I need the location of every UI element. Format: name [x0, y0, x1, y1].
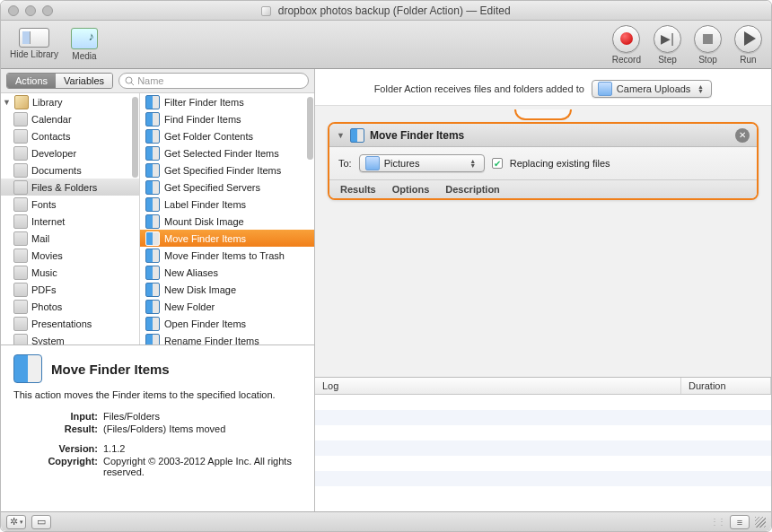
action-item[interactable]: Get Selected Finder Items — [140, 144, 314, 161]
scrollbar[interactable] — [307, 97, 313, 160]
step-tab-results[interactable]: Results — [340, 184, 376, 195]
scrollbar[interactable] — [132, 97, 138, 178]
library-category[interactable]: System — [1, 332, 139, 344]
library-category[interactable]: Mail — [1, 230, 139, 247]
toggle-description-button[interactable]: ▭ — [31, 515, 51, 529]
step-tab-options[interactable]: Options — [392, 184, 430, 195]
finder-icon — [145, 249, 160, 263]
action-item[interactable]: Move Finder Items — [140, 230, 314, 247]
library-category[interactable]: Music — [1, 264, 139, 281]
action-item[interactable]: Label Finder Items — [140, 196, 314, 213]
category-icon — [13, 180, 28, 195]
action-item[interactable]: New Disk Image — [140, 281, 314, 298]
category-icon — [13, 197, 28, 212]
action-item[interactable]: Get Specified Finder Items — [140, 161, 314, 179]
splitter-handle[interactable]: ⋮⋮ — [710, 517, 719, 527]
library-category[interactable]: Fonts — [1, 196, 139, 213]
window-title: dropbox photos backup (Folder Action) — … — [1, 4, 771, 17]
library-category[interactable]: Photos — [1, 298, 139, 315]
action-item[interactable]: New Folder — [140, 298, 314, 315]
action-item[interactable]: Get Specified Servers — [140, 179, 314, 196]
disclosure-triangle-icon[interactable]: ▼ — [3, 98, 11, 107]
to-label: To: — [338, 158, 352, 169]
library-category[interactable]: Developer — [1, 144, 139, 161]
footer-bar: ✲▾ ▭ ⋮⋮ ≡ — [1, 511, 771, 531]
finder-icon — [145, 317, 160, 331]
close-window-button[interactable] — [8, 5, 19, 16]
tab-actions[interactable]: Actions — [7, 74, 56, 88]
action-item[interactable]: Open Finder Items — [140, 315, 314, 332]
media-icon — [71, 28, 98, 49]
remove-step-button[interactable]: ✕ — [735, 128, 750, 143]
play-icon — [744, 31, 756, 46]
finder-icon — [145, 129, 160, 144]
media-button[interactable]: Media — [71, 28, 98, 61]
log-rows — [315, 395, 771, 511]
workflow-input-row: Folder Action receives files and folders… — [315, 69, 771, 105]
zoom-window-button[interactable] — [42, 5, 53, 16]
replace-checkbox[interactable]: ✔ — [492, 158, 503, 169]
library-tree[interactable]: ▼LibraryCalendarContactsDeveloperDocumen… — [1, 93, 140, 344]
finder-icon — [13, 354, 42, 383]
log-pane: Log Duration — [315, 377, 771, 511]
toggle-log-button[interactable]: ≡ — [730, 515, 750, 529]
finder-icon — [145, 146, 160, 161]
step-tab-description[interactable]: Description — [445, 184, 500, 195]
actions-list[interactable]: Filter Finder ItemsFind Finder ItemsGet … — [140, 93, 314, 344]
category-icon — [13, 146, 28, 161]
record-button[interactable]: Record — [612, 25, 641, 65]
action-item[interactable]: Rename Finder Items — [140, 332, 314, 344]
result-value: (Files/Folders) Items moved — [103, 423, 302, 434]
library-category[interactable]: Files & Folders — [1, 179, 139, 196]
action-item[interactable]: Move Finder Items to Trash — [140, 247, 314, 264]
category-icon — [13, 266, 28, 280]
category-icon — [13, 300, 28, 314]
finder-icon — [145, 112, 160, 126]
library-category[interactable]: Internet — [1, 213, 139, 230]
category-icon — [13, 163, 28, 178]
action-description-pane: Move Finder Items This action moves the … — [1, 345, 314, 511]
finder-icon — [145, 180, 160, 195]
log-column-log[interactable]: Log — [315, 378, 681, 394]
library-category[interactable]: PDFs — [1, 281, 139, 298]
window-controls — [8, 5, 53, 16]
library-category[interactable]: Movies — [1, 247, 139, 264]
resize-handle[interactable] — [755, 517, 766, 528]
search-input[interactable]: Name — [118, 73, 309, 89]
library-root[interactable]: ▼Library — [1, 93, 139, 110]
gear-menu-button[interactable]: ✲▾ — [6, 515, 26, 529]
finder-icon — [145, 163, 160, 178]
destination-folder-popup[interactable]: Pictures ▲▼ — [359, 154, 485, 172]
workflow-step[interactable]: ▼ Move Finder Items ✕ To: Pictures ▲▼ ✔ … — [328, 122, 759, 200]
action-item[interactable]: New Aliases — [140, 264, 314, 281]
gear-icon: ✲ — [10, 516, 18, 528]
tab-variables[interactable]: Variables — [56, 74, 112, 88]
log-column-duration[interactable]: Duration — [681, 378, 771, 394]
stop-icon — [703, 34, 713, 44]
document-proxy-icon — [261, 6, 271, 16]
hide-library-button[interactable]: Hide Library — [10, 28, 58, 61]
library-category[interactable]: Contacts — [1, 127, 139, 144]
action-item[interactable]: Filter Finder Items — [140, 93, 314, 110]
finder-icon — [145, 197, 160, 212]
search-icon — [125, 76, 135, 86]
workflow-canvas[interactable]: ▼ Move Finder Items ✕ To: Pictures ▲▼ ✔ … — [315, 105, 771, 377]
action-item[interactable]: Mount Disk Image — [140, 213, 314, 230]
step-title: Move Finder Items — [370, 129, 464, 142]
library-category[interactable]: Calendar — [1, 110, 139, 127]
step-button[interactable]: ▶| Step — [654, 25, 681, 65]
minimize-window-button[interactable] — [25, 5, 36, 16]
stop-button[interactable]: Stop — [694, 25, 722, 65]
action-item[interactable]: Find Finder Items — [140, 110, 314, 127]
library-category[interactable]: Documents — [1, 161, 139, 179]
library-tab-segment: Actions Variables — [6, 73, 113, 89]
toolbar: Hide Library Media Record ▶| Step Stop R… — [1, 21, 771, 69]
category-icon — [13, 214, 28, 229]
library-tabs-row: Actions Variables Name — [1, 69, 314, 93]
disclosure-triangle-icon[interactable]: ▼ — [337, 131, 345, 140]
action-item[interactable]: Get Folder Contents — [140, 127, 314, 144]
replace-label: Replacing existing files — [510, 158, 610, 169]
library-category[interactable]: Presentations — [1, 315, 139, 332]
source-folder-popup[interactable]: Camera Uploads ▲▼ — [592, 80, 713, 98]
run-button[interactable]: Run — [734, 25, 762, 65]
